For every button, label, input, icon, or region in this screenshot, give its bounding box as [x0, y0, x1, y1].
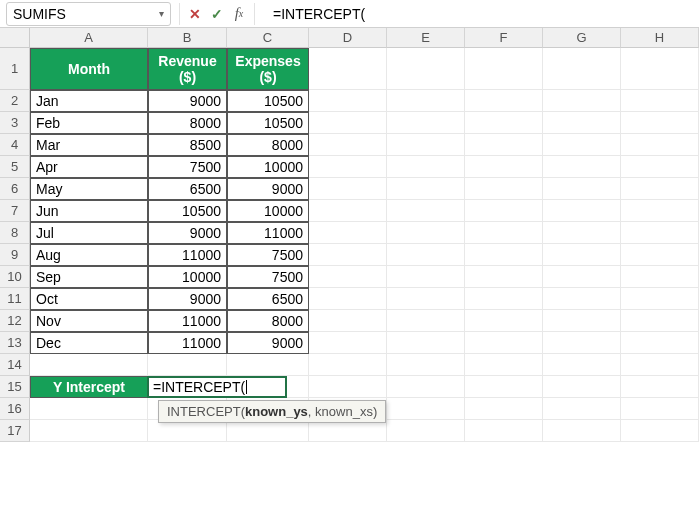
cell[interactable]: [465, 156, 543, 178]
cell-month[interactable]: Nov: [30, 310, 148, 332]
cell-month[interactable]: Mar: [30, 134, 148, 156]
cell[interactable]: [465, 398, 543, 420]
cell[interactable]: [465, 48, 543, 90]
cell[interactable]: [465, 354, 543, 376]
cell[interactable]: [621, 398, 699, 420]
cell-expenses[interactable]: 9000: [227, 178, 309, 200]
row-header[interactable]: 15: [0, 376, 30, 398]
cell[interactable]: [543, 48, 621, 90]
col-header-F[interactable]: F: [465, 28, 543, 48]
cell[interactable]: [621, 48, 699, 90]
cell[interactable]: [387, 354, 465, 376]
cell[interactable]: [621, 354, 699, 376]
cell-month[interactable]: Oct: [30, 288, 148, 310]
cell[interactable]: [309, 244, 387, 266]
cell[interactable]: [543, 134, 621, 156]
cell[interactable]: [309, 310, 387, 332]
cell[interactable]: [30, 398, 148, 420]
cell[interactable]: [309, 48, 387, 90]
cell-revenue[interactable]: 11000: [148, 244, 227, 266]
cell[interactable]: [309, 354, 387, 376]
cell[interactable]: [543, 156, 621, 178]
col-header-D[interactable]: D: [309, 28, 387, 48]
cell[interactable]: [387, 222, 465, 244]
cell[interactable]: [309, 134, 387, 156]
cell-revenue[interactable]: 9000: [148, 222, 227, 244]
cell[interactable]: [309, 288, 387, 310]
cell[interactable]: [309, 420, 387, 442]
cell-month[interactable]: Dec: [30, 332, 148, 354]
cell-revenue[interactable]: 9000: [148, 90, 227, 112]
col-header-H[interactable]: H: [621, 28, 699, 48]
cell[interactable]: [387, 288, 465, 310]
col-header-A[interactable]: A: [30, 28, 148, 48]
cell[interactable]: [309, 200, 387, 222]
cell[interactable]: [387, 48, 465, 90]
cell[interactable]: [30, 354, 148, 376]
cell[interactable]: [387, 244, 465, 266]
cell[interactable]: [543, 222, 621, 244]
cell-expenses[interactable]: 11000: [227, 222, 309, 244]
active-cell-editor[interactable]: =INTERCEPT(: [147, 376, 287, 398]
cell[interactable]: [309, 90, 387, 112]
cancel-button[interactable]: ✕: [184, 3, 206, 25]
cell[interactable]: [621, 244, 699, 266]
row-header[interactable]: 11: [0, 288, 30, 310]
row-header[interactable]: 8: [0, 222, 30, 244]
chevron-down-icon[interactable]: ▾: [159, 8, 164, 19]
cell-revenue[interactable]: 10000: [148, 266, 227, 288]
cell[interactable]: [465, 90, 543, 112]
cell[interactable]: [621, 376, 699, 398]
cell[interactable]: [465, 376, 543, 398]
cell[interactable]: [387, 398, 465, 420]
cell[interactable]: [309, 376, 387, 398]
cell[interactable]: [465, 178, 543, 200]
cell[interactable]: [621, 266, 699, 288]
cell-revenue[interactable]: 9000: [148, 288, 227, 310]
cell[interactable]: [543, 112, 621, 134]
cell[interactable]: [309, 112, 387, 134]
cell-month[interactable]: May: [30, 178, 148, 200]
cell[interactable]: [621, 420, 699, 442]
row-header[interactable]: 10: [0, 266, 30, 288]
row-header[interactable]: 16: [0, 398, 30, 420]
cell[interactable]: [465, 134, 543, 156]
select-all-corner[interactable]: [0, 28, 30, 48]
cell[interactable]: [465, 112, 543, 134]
fx-icon[interactable]: fx: [228, 3, 250, 25]
cell[interactable]: [309, 266, 387, 288]
cell[interactable]: [621, 200, 699, 222]
cell-revenue[interactable]: 11000: [148, 332, 227, 354]
cell-month[interactable]: Jun: [30, 200, 148, 222]
row-header[interactable]: 13: [0, 332, 30, 354]
cell[interactable]: [543, 332, 621, 354]
name-box[interactable]: SUMIFS ▾: [6, 2, 171, 26]
cell[interactable]: [387, 266, 465, 288]
cell[interactable]: [543, 200, 621, 222]
grid-body[interactable]: Month Revenue ($) Expenses ($) Jan900010…: [30, 48, 699, 442]
cell[interactable]: [309, 332, 387, 354]
cell[interactable]: [465, 200, 543, 222]
cell-month[interactable]: Jul: [30, 222, 148, 244]
cell[interactable]: [543, 178, 621, 200]
cell-expenses[interactable]: 10000: [227, 200, 309, 222]
cell-revenue[interactable]: 8500: [148, 134, 227, 156]
cell[interactable]: [387, 112, 465, 134]
cell-expenses[interactable]: 7500: [227, 266, 309, 288]
row-header[interactable]: 9: [0, 244, 30, 266]
cell[interactable]: [148, 420, 227, 442]
cell-month[interactable]: Feb: [30, 112, 148, 134]
cell[interactable]: [30, 420, 148, 442]
cell-month[interactable]: Apr: [30, 156, 148, 178]
cell[interactable]: [543, 398, 621, 420]
cell[interactable]: [465, 420, 543, 442]
header-revenue[interactable]: Revenue ($): [148, 48, 227, 90]
cell[interactable]: [387, 90, 465, 112]
formula-input[interactable]: [265, 3, 699, 25]
cell[interactable]: [621, 288, 699, 310]
col-header-B[interactable]: B: [148, 28, 227, 48]
cell[interactable]: [387, 376, 465, 398]
cell[interactable]: [543, 376, 621, 398]
cell-expenses[interactable]: 10500: [227, 112, 309, 134]
cell[interactable]: [387, 420, 465, 442]
